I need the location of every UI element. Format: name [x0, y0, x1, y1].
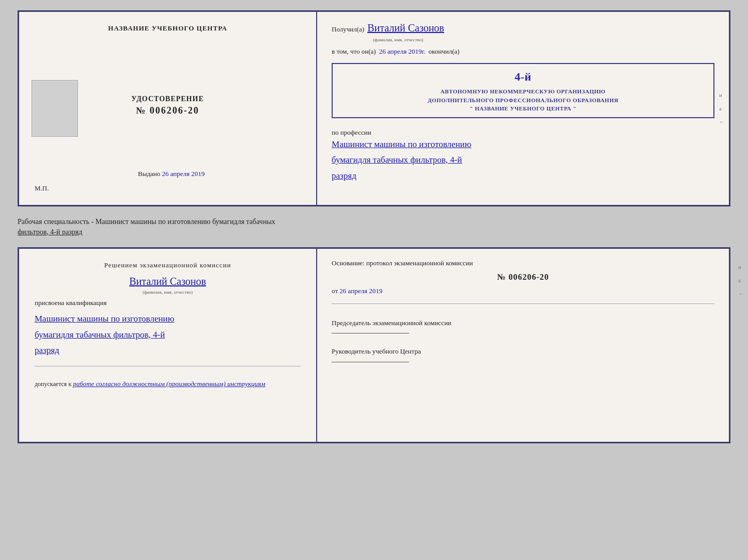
bottom-right-panel: Основание: протокол экзаменационной коми… — [317, 249, 729, 442]
bottom-name-block: Виталий Сазонов (фамилия, имя, отчество) — [35, 274, 301, 295]
okonchil-label: окончил(а) — [429, 47, 460, 56]
top-document: НАЗВАНИЕ УЧЕБНОГО ЦЕНТРА УДОСТОВЕРЕНИЕ №… — [18, 10, 730, 206]
udostoverenie-block: УДОСТОВЕРЕНИЕ № 006206-20 — [131, 95, 204, 116]
mp-label: М.П. — [35, 184, 49, 193]
top-left-panel: НАЗВАНИЕ УЧЕБНОГО ЦЕНТРА УДОСТОВЕРЕНИЕ №… — [19, 12, 317, 205]
rukovoditel-signature-line — [332, 362, 409, 362]
stamp-line2: ДОПОЛНИТЕЛЬНОГО ПРОФЕССИОНАЛЬНОГО ОБРАЗО… — [339, 96, 707, 105]
side-mark-b3: ← — [738, 291, 744, 297]
dopuskaetsya-block: допускается к работе согласно должностны… — [35, 380, 301, 388]
bottom-fio-label: (фамилия, имя, отчество) — [35, 290, 301, 295]
protocol-number: № 006206-20 — [332, 273, 714, 282]
side-marks-top: и а ← — [719, 92, 725, 125]
profession-line2: бумагидля табачных фильтров, 4-й — [332, 152, 714, 168]
profession-line1: Машинист машины по изготовлению — [332, 137, 714, 153]
top-right-panel: Получил(а) Виталий Сазонов (фамилия, имя… — [317, 12, 729, 205]
vydano-label: Выдано — [138, 170, 160, 178]
osnovanie-label: Основание: протокол экзаменационной коми… — [332, 259, 714, 267]
stamp-line3: " НАЗВАНИЕ УЧЕБНОГО ЦЕНТРА " — [339, 104, 707, 113]
predsedatel-signature-line — [332, 333, 409, 333]
profession-line3: разряд — [332, 168, 714, 184]
recipient-line: Получил(а) Виталий Сазонов (фамилия, имя… — [332, 22, 714, 42]
side-mark-2: а — [719, 105, 725, 111]
bottom-qual-line1: Машинист машины по изготовлению — [35, 311, 301, 327]
bottom-document: Решением экзаменационной комиссии Витали… — [18, 247, 730, 443]
divider1 — [35, 366, 301, 366]
ot-line: от 26 апреля 2019 — [332, 287, 714, 295]
stamp-line1: АВТОНОМНУЮ НЕКОММЕРЧЕСКУЮ ОРГАНИЗАЦИЮ — [339, 87, 707, 96]
vydano-line: Выдано 26 апреля 2019 — [86, 170, 301, 178]
bottom-qual-line3: разряд — [35, 343, 301, 359]
separator-text: Рабочая специальность - Машинист машины … — [18, 215, 730, 239]
photo-placeholder — [32, 80, 78, 137]
recipient-name: Виталий Сазонов — [367, 22, 444, 34]
v-tom-line: в том, что он(а) 26 апреля 2019г. окончи… — [332, 47, 714, 56]
stamp-number: 4-й — [339, 68, 707, 85]
bottom-qualification-block: Машинист машины по изготовлению бумагидл… — [35, 311, 301, 359]
center-title-top: НАЗВАНИЕ УЧЕБНОГО ЦЕНТРА — [108, 24, 227, 33]
udostoverenie-label: УДОСТОВЕРЕНИЕ — [131, 95, 204, 103]
completion-date: 26 апреля 2019г. — [379, 47, 426, 56]
separator-line1: Рабочая специальность - Машинист машины … — [18, 218, 275, 226]
side-marks-bottom: и а ← — [738, 264, 744, 297]
dopuskaetsya-label: допускается к — [35, 380, 71, 388]
side-mark-1: и — [719, 92, 725, 98]
vydano-date: 26 апреля 2019 — [162, 170, 205, 178]
ot-prefix: от — [332, 287, 338, 295]
bottom-name: Виталий Сазонов — [35, 276, 301, 287]
profession-block: по профессии Машинист машины по изготовл… — [332, 129, 714, 184]
poluchil-prefix: Получил(а) — [332, 25, 364, 34]
rukovoditel-block: Руководитель учебного Центра — [332, 347, 714, 364]
side-mark-b1: и — [738, 264, 744, 270]
stamp-box: 4-й АВТОНОМНУЮ НЕКОММЕРЧЕСКУЮ ОРГАНИЗАЦИ… — [332, 63, 714, 118]
dopuskaetsya-value: работе согласно должностным (производств… — [73, 380, 265, 388]
po-professii: по профессии — [332, 129, 714, 137]
predsedatel-block: Председатель экзаменационной комиссии — [332, 318, 714, 335]
bottom-left-panel: Решением экзаменационной комиссии Витали… — [19, 249, 317, 442]
ot-date: 26 апреля 2019 — [339, 287, 382, 295]
separator-line2: фильтров, 4-й разряд — [18, 228, 82, 236]
divider-right1 — [332, 303, 714, 304]
rukovoditel-label: Руководитель учебного Центра — [332, 347, 714, 356]
side-mark-3: ← — [719, 119, 725, 125]
decision-title: Решением экзаменационной комиссии — [35, 261, 301, 269]
predsedatel-label: Председатель экзаменационной комиссии — [332, 318, 714, 328]
v-tom-prefix: в том, что он(а) — [332, 47, 376, 56]
udostoverenie-number: № 006206-20 — [131, 105, 204, 116]
prisvoena-label: присвоена квалификация — [35, 299, 301, 307]
side-mark-b2: а — [738, 277, 744, 283]
fio-label-top: (фамилия, имя, отчество) — [373, 37, 714, 42]
bottom-qual-line2: бумагидля табачных фильтров, 4-й — [35, 327, 301, 343]
